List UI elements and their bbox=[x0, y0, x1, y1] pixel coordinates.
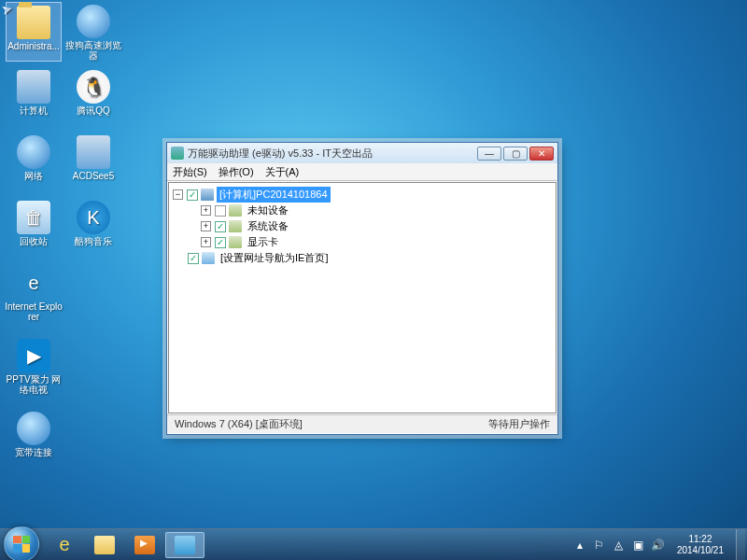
tree-node-label[interactable]: 系统设备 bbox=[245, 218, 291, 234]
taskbar-ie[interactable]: e bbox=[45, 532, 84, 558]
start-button[interactable] bbox=[4, 526, 39, 561]
desktop-icon[interactable]: 🗑回收站 bbox=[6, 198, 62, 258]
titlebar[interactable]: 万能驱动助理 (e驱动) v5.33 - IT天空出品 — ▢ ✕ bbox=[167, 143, 557, 163]
desktop-icon[interactable]: 🐧腾讯QQ bbox=[65, 67, 121, 127]
desktop-icon-label: 回收站 bbox=[4, 236, 63, 246]
driver-assistant-window: 万能驱动助理 (e驱动) v5.33 - IT天空出品 — ▢ ✕ 开始(S) … bbox=[166, 142, 558, 435]
network-icon[interactable]: ▣ bbox=[632, 539, 645, 552]
desktop-icon-label: 网络 bbox=[4, 171, 63, 181]
status-left: Windows 7 (X64) [桌面环境] bbox=[175, 417, 303, 431]
checkbox[interactable]: ✓ bbox=[188, 253, 199, 264]
ie-icon: e bbox=[17, 266, 50, 300]
checkbox[interactable]: ✓ bbox=[215, 237, 226, 248]
menubar: 开始(S) 操作(O) 关于(A) bbox=[167, 163, 557, 181]
menu-start[interactable]: 开始(S) bbox=[173, 165, 207, 179]
desktop-icon[interactable]: eInternet Explorer bbox=[6, 263, 62, 323]
desktop-icon[interactable]: 计算机 bbox=[6, 67, 62, 127]
globe-icon bbox=[77, 5, 110, 38]
desktop-icon-label: ACDSee5 bbox=[63, 171, 123, 181]
menu-action[interactable]: 操作(O) bbox=[218, 165, 254, 179]
taskbar-pinned: e bbox=[45, 532, 204, 558]
computer-icon bbox=[77, 135, 110, 169]
maximize-button[interactable]: ▢ bbox=[503, 147, 528, 161]
desktop-icon-label: Internet Explorer bbox=[4, 301, 63, 322]
pptv-icon: ▶ bbox=[17, 339, 50, 372]
tree-extra[interactable]: ✓ [设置网址导航为IE首页] bbox=[173, 250, 552, 266]
desktop-icon-label: 腾讯QQ bbox=[63, 105, 123, 116]
ie-icon: e bbox=[59, 534, 69, 555]
desktop-icon-label: 计算机 bbox=[4, 105, 63, 116]
media-player-icon bbox=[134, 536, 155, 554]
collapse-icon[interactable]: − bbox=[173, 189, 183, 200]
tree-node[interactable]: +✓系统设备 bbox=[173, 218, 552, 234]
globe-icon bbox=[17, 412, 50, 445]
checkbox[interactable]: ✓ bbox=[215, 205, 226, 217]
taskbar-explorer[interactable] bbox=[85, 532, 124, 558]
windows-logo-icon bbox=[13, 536, 30, 553]
checkbox[interactable]: ✓ bbox=[215, 221, 226, 232]
globe-icon bbox=[17, 135, 50, 169]
taskbar-driver-assistant[interactable] bbox=[165, 532, 204, 558]
desktop-icon[interactable]: K酷狗音乐 bbox=[65, 198, 121, 258]
action-center-icon[interactable]: ⚐ bbox=[593, 539, 606, 552]
tray-expand-icon[interactable]: ▴ bbox=[573, 539, 586, 552]
clock[interactable]: 11:22 2014/10/21 bbox=[671, 532, 729, 558]
taskbar: e ▴ ⚐ ◬ ▣ 🔊 11:22 2014/10/21 bbox=[0, 528, 747, 560]
device-icon bbox=[229, 220, 242, 232]
desktop-icon[interactable]: 网络 bbox=[6, 133, 62, 192]
clock-date: 2014/10/21 bbox=[677, 545, 724, 556]
safety-icon[interactable]: ◬ bbox=[613, 539, 626, 552]
app-icon bbox=[171, 147, 184, 160]
window-title: 万能驱动助理 (e驱动) v5.33 - IT天空出品 bbox=[188, 147, 477, 161]
tree-extra-label[interactable]: [设置网址导航为IE首页] bbox=[218, 250, 331, 266]
tree-root[interactable]: − ✓ [计算机]PC2014101864 bbox=[173, 187, 552, 203]
device-icon bbox=[229, 236, 242, 248]
checkbox[interactable]: ✓ bbox=[187, 189, 198, 201]
desktop-icon[interactable]: 宽带连接 bbox=[6, 409, 62, 469]
tree-node-label[interactable]: 显示卡 bbox=[245, 234, 281, 250]
app-icon bbox=[175, 536, 195, 554]
minimize-button[interactable]: — bbox=[477, 147, 501, 161]
desktop-icon[interactable]: Administra... bbox=[6, 2, 62, 62]
tree-node[interactable]: +✓显示卡 bbox=[173, 234, 552, 250]
tree-node-label[interactable]: 未知设备 bbox=[245, 203, 291, 218]
clock-time: 11:22 bbox=[677, 534, 724, 545]
recycle-icon: 🗑 bbox=[17, 201, 50, 234]
desktop-icon-label: 搜狗高速浏览器 bbox=[63, 40, 123, 61]
desktop-icon[interactable]: ACDSee5 bbox=[65, 133, 121, 192]
expand-icon[interactable]: + bbox=[201, 237, 211, 247]
status-right: 等待用户操作 bbox=[488, 417, 550, 431]
expand-icon[interactable]: + bbox=[201, 205, 211, 216]
desktop-icon[interactable]: 搜狗高速浏览器 bbox=[65, 2, 121, 62]
folder-icon bbox=[17, 6, 50, 39]
desktop-icon[interactable]: ▶PPTV聚力 网络电视 bbox=[6, 336, 62, 396]
tree-node[interactable]: +✓未知设备 bbox=[173, 203, 552, 218]
desktop-icon-label: Administra... bbox=[4, 41, 63, 51]
statusbar: Windows 7 (X64) [桌面环境] 等待用户操作 bbox=[167, 414, 557, 433]
device-icon bbox=[229, 204, 242, 217]
volume-icon[interactable]: 🔊 bbox=[652, 539, 665, 552]
tree-root-label[interactable]: [计算机]PC2014101864 bbox=[217, 187, 331, 203]
desktop-icon-label: 酷狗音乐 bbox=[63, 236, 123, 246]
kugou-icon: K bbox=[77, 201, 110, 234]
computer-icon bbox=[17, 70, 50, 104]
device-tree[interactable]: − ✓ [计算机]PC2014101864 +✓未知设备+✓系统设备+✓显示卡 … bbox=[168, 182, 557, 413]
computer-icon bbox=[201, 189, 214, 201]
qq-icon: 🐧 bbox=[77, 70, 110, 104]
folder-icon bbox=[94, 536, 115, 554]
desktop-icon-label: 宽带连接 bbox=[4, 447, 63, 457]
close-button[interactable]: ✕ bbox=[529, 147, 554, 161]
menu-about[interactable]: 关于(A) bbox=[265, 165, 300, 179]
url-icon bbox=[202, 252, 215, 264]
taskbar-media-player[interactable] bbox=[125, 532, 164, 558]
expand-icon[interactable]: + bbox=[201, 221, 211, 231]
desktop-icon-label: PPTV聚力 网络电视 bbox=[4, 374, 63, 395]
system-tray: ▴ ⚐ ◬ ▣ 🔊 11:22 2014/10/21 bbox=[573, 529, 747, 561]
show-desktop-button[interactable] bbox=[736, 529, 745, 561]
